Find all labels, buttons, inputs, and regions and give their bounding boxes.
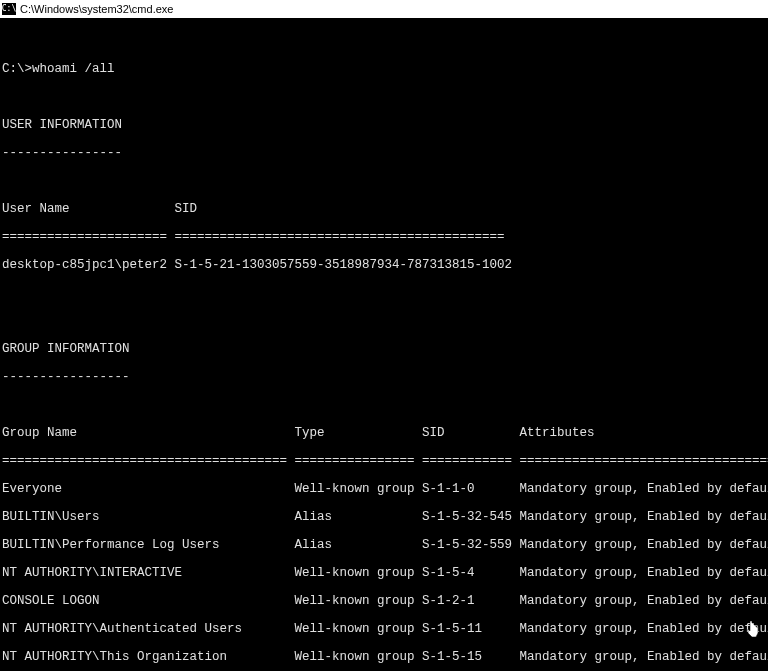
blank-line: [2, 90, 766, 104]
table-header: Group Name Type SID Attributes: [2, 426, 766, 440]
table-row: BUILTIN\Users Alias S-1-5-32-545 Mandato…: [2, 510, 766, 524]
table-row: NT AUTHORITY\This Organization Well-know…: [2, 650, 766, 664]
blank-line: [2, 286, 766, 300]
table-header: User Name SID: [2, 202, 766, 216]
section-header: GROUP INFORMATION: [2, 342, 766, 356]
section-dash: -----------------: [2, 370, 766, 384]
prompt-line: C:\>whoami /all: [2, 62, 766, 76]
blank-line: [2, 174, 766, 188]
blank-line: [2, 314, 766, 328]
terminal-output[interactable]: C:\>whoami /all USER INFORMATION -------…: [0, 18, 768, 671]
section-dash: ----------------: [2, 146, 766, 160]
title-text: C:\Windows\system32\cmd.exe: [20, 2, 173, 16]
table-sep: ====================================== =…: [2, 454, 766, 468]
section-header: USER INFORMATION: [2, 118, 766, 132]
table-sep: ====================== =================…: [2, 230, 766, 244]
table-row: desktop-c85jpc1\peter2 S-1-5-21-13030575…: [2, 258, 766, 272]
blank-line: [2, 398, 766, 412]
table-row: NT AUTHORITY\INTERACTIVE Well-known grou…: [2, 566, 766, 580]
table-row: BUILTIN\Performance Log Users Alias S-1-…: [2, 538, 766, 552]
table-row: NT AUTHORITY\Authenticated Users Well-kn…: [2, 622, 766, 636]
table-row: Everyone Well-known group S-1-1-0 Mandat…: [2, 482, 766, 496]
table-row: CONSOLE LOGON Well-known group S-1-2-1 M…: [2, 594, 766, 608]
blank-line: [2, 34, 766, 48]
cmd-icon: C:\: [2, 3, 16, 15]
title-bar[interactable]: C:\ C:\Windows\system32\cmd.exe: [0, 0, 768, 18]
